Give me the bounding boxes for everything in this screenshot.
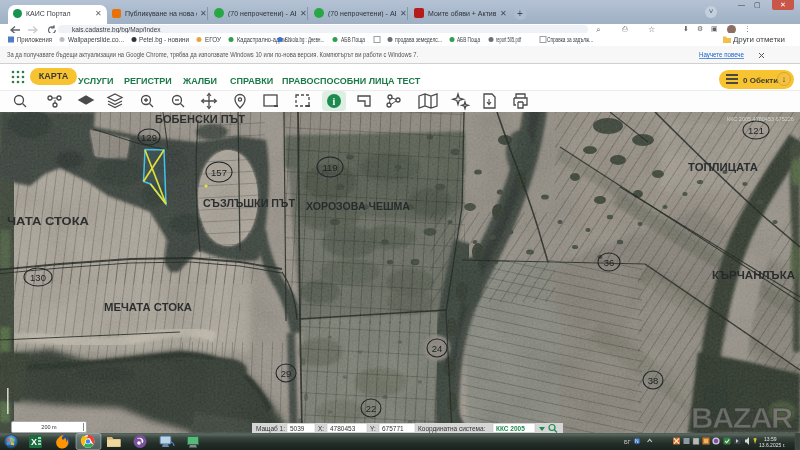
svg-text:Shkola.bg : Дневн...: Shkola.bg : Дневн... (285, 36, 324, 44)
svg-text:БГ: БГ (624, 439, 631, 445)
svg-text:Приложения: Приложения (17, 36, 52, 44)
svg-text:ТОПЛИЦАТА: ТОПЛИЦАТА (688, 161, 758, 173)
svg-text:КЪРЧАНЛЪКА: КЪРЧАНЛЪКА (712, 269, 795, 281)
svg-text:Petel.bg - новини: Petel.bg - новини (139, 36, 189, 44)
svg-text:675771: 675771 (382, 425, 404, 432)
svg-text:38: 38 (648, 375, 659, 386)
svg-text:Мащаб 1:: Мащаб 1: (256, 425, 285, 433)
svg-text:13:59: 13:59 (764, 436, 777, 442)
svg-text:СЪЗЛЪШКИ ПЪТ: СЪЗЛЪШКИ ПЪТ (203, 197, 295, 209)
svg-text:ККС 2005: ККС 2005 (496, 425, 525, 432)
svg-text:130: 130 (30, 272, 46, 283)
svg-text:121: 121 (748, 125, 764, 136)
svg-text:АБВ Поща: АБВ Поща (457, 36, 480, 44)
svg-text:Други отметки: Други отметки (733, 36, 785, 44)
svg-text:4780453: 4780453 (330, 425, 356, 432)
svg-text:ККС 2005 4780453 675226: ККС 2005 4780453 675226 (727, 116, 794, 122)
svg-text:Справка за задълж...: Справка за задълж... (547, 36, 593, 44)
svg-text:157: 157 (211, 167, 227, 178)
svg-text:X: X (31, 437, 37, 447)
svg-text:119: 119 (322, 162, 337, 173)
svg-text:5039: 5039 (290, 425, 305, 432)
svg-text:За да получавате бъдещи актуал: За да получавате бъдещи актуализации на … (7, 51, 418, 59)
svg-text:ЧАТА СТОКА: ЧАТА СТОКА (7, 215, 89, 227)
svg-text:ХОРОЗОВА ЧЕШМА: ХОРОЗОВА ЧЕШМА (306, 200, 410, 212)
svg-text:report 505.pdf: report 505.pdf (496, 36, 521, 44)
svg-text:продава земеделс...: продава земеделс... (395, 36, 442, 44)
svg-text:29: 29 (281, 368, 292, 379)
svg-text:Y:: Y: (370, 425, 376, 432)
svg-text:129: 129 (141, 132, 157, 143)
svg-text:22: 22 (366, 403, 377, 414)
svg-text:13.6.2025 г.: 13.6.2025 г. (759, 442, 785, 448)
svg-text:АБВ Поща: АБВ Поща (341, 36, 365, 44)
svg-text:i: i (333, 96, 336, 107)
svg-text:N: N (635, 438, 639, 444)
svg-text:БОБЕНСКИ ПЪТ: БОБЕНСКИ ПЪТ (155, 113, 245, 125)
svg-text:36: 36 (604, 257, 615, 268)
svg-text:Координатна система:: Координатна система: (418, 425, 486, 433)
svg-text:X:: X: (318, 425, 324, 432)
svg-text:ЕГОУ: ЕГОУ (205, 36, 222, 43)
svg-text:24: 24 (432, 343, 443, 354)
svg-text:Научете повече: Научете повече (699, 51, 744, 59)
svg-text:Wallpaperslide.co...: Wallpaperslide.co... (68, 36, 124, 44)
svg-text:МЕЧАТА СТОКА: МЕЧАТА СТОКА (104, 301, 192, 313)
svg-text:Кадастрално-адми...: Кадастрално-адми... (237, 36, 291, 44)
